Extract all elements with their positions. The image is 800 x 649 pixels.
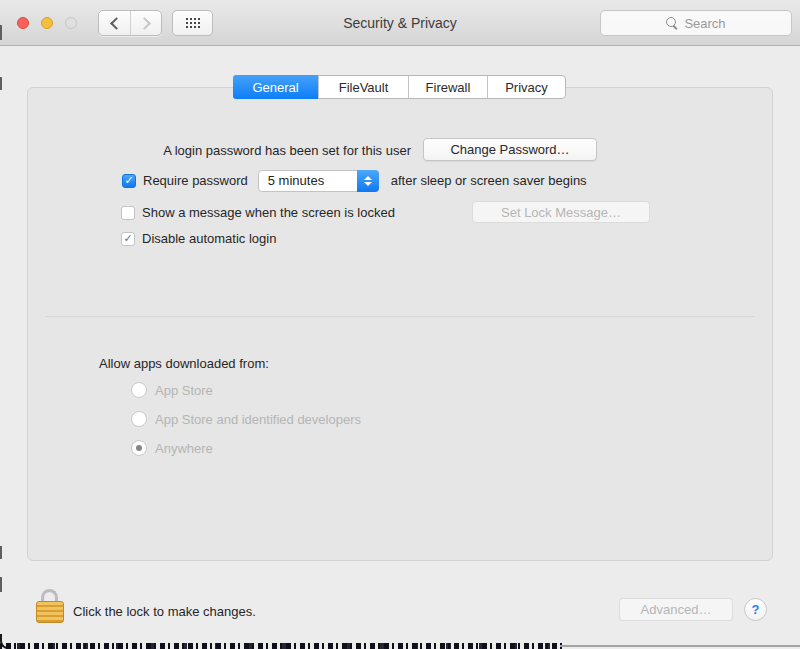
edge-artifact <box>0 25 2 40</box>
security-privacy-window: Security & Privacy Search General FileVa… <box>0 0 800 649</box>
require-password-label: Require password <box>143 173 248 188</box>
checkmark-icon: ✓ <box>123 233 132 244</box>
edge-artifact <box>0 77 2 90</box>
radio-row-anywhere: Anywhere <box>131 440 213 456</box>
checkmark-icon: ✓ <box>124 175 133 186</box>
radio-row-app-store: App Store <box>131 382 213 398</box>
app-store-label: App Store <box>155 383 213 398</box>
help-button[interactable]: ? <box>744 598 767 621</box>
search-input[interactable]: Search <box>600 10 792 36</box>
require-password-checkbox[interactable]: ✓ <box>122 174 136 188</box>
identified-developers-radio <box>131 411 147 427</box>
select-stepper-icon <box>357 170 379 192</box>
advanced-button: Advanced… <box>619 598 733 621</box>
section-divider <box>45 316 755 317</box>
tab-firewall[interactable]: Firewall <box>408 76 487 98</box>
auto-login-checkbox[interactable]: ✓ <box>121 232 135 246</box>
lock-body-icon <box>36 601 64 623</box>
tab-privacy[interactable]: Privacy <box>487 76 565 98</box>
edge-artifact <box>0 546 2 559</box>
auto-login-row: ✓ Disable automatic login <box>121 227 276 250</box>
window-bottom-edge <box>560 645 800 647</box>
app-store-radio <box>131 382 147 398</box>
lock-icon[interactable] <box>36 589 64 623</box>
tab-filevault[interactable]: FileVault <box>318 76 408 98</box>
tab-general[interactable]: General <box>233 75 318 99</box>
lock-message-row: Show a message when the screen is locked <box>121 201 395 224</box>
allow-apps-label: Allow apps downloaded from: <box>99 356 269 371</box>
login-password-label: A login password has been set for this u… <box>163 143 411 158</box>
lock-hint-text: Click the lock to make changes. <box>73 604 256 619</box>
radio-row-identified: App Store and identified developers <box>131 411 361 427</box>
set-lock-message-button: Set Lock Message… <box>472 201 650 223</box>
edge-artifact <box>0 577 2 592</box>
auto-login-label: Disable automatic login <box>142 231 276 246</box>
title-bar: Security & Privacy Search <box>0 0 800 46</box>
radio-dot-icon <box>136 445 142 451</box>
lock-message-checkbox[interactable] <box>121 206 135 220</box>
tab-content-panel <box>27 87 773 561</box>
require-password-suffix: after sleep or screen saver begins <box>391 173 587 188</box>
search-icon <box>666 17 679 30</box>
change-password-button[interactable]: Change Password… <box>423 138 597 161</box>
require-password-row: ✓ Require password 5 minutes after sleep… <box>122 169 587 192</box>
anywhere-radio <box>131 440 147 456</box>
clipped-text-artifact <box>0 643 565 649</box>
tab-bar: General FileVault Firewall Privacy <box>233 75 566 99</box>
search-placeholder: Search <box>684 16 725 31</box>
question-mark-icon: ? <box>752 602 760 617</box>
anywhere-label: Anywhere <box>155 441 213 456</box>
identified-developers-label: App Store and identified developers <box>155 412 361 427</box>
lock-message-label: Show a message when the screen is locked <box>142 205 395 220</box>
sleep-delay-select[interactable]: 5 minutes <box>258 170 379 192</box>
sleep-delay-value: 5 minutes <box>268 173 324 188</box>
